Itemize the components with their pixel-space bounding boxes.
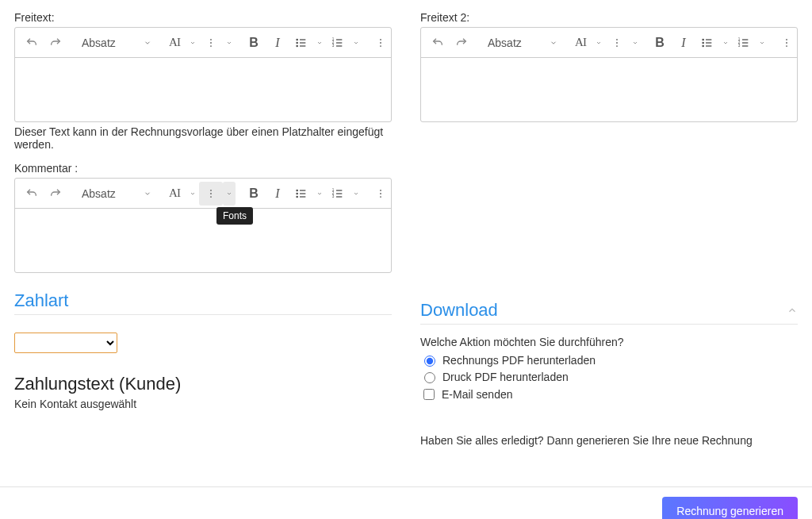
svg-text:3: 3	[738, 44, 741, 48]
more-icon[interactable]	[775, 31, 799, 55]
druck-pdf-radio[interactable]	[424, 372, 435, 383]
bold-button[interactable]: B	[242, 182, 266, 206]
paragraph-select-label: Absatz	[488, 37, 522, 49]
svg-point-20	[210, 196, 212, 198]
freitext2-label: Freitext 2:	[420, 11, 798, 24]
freitext-textarea[interactable]	[15, 58, 391, 121]
chevron-down-icon[interactable]	[186, 31, 199, 55]
svg-point-52	[786, 42, 787, 44]
fonts-tooltip: Fonts	[216, 207, 253, 225]
download-heading: Download	[420, 300, 798, 325]
chevron-up-icon[interactable]	[787, 300, 798, 321]
freitext-editor: Absatz AI	[14, 27, 392, 122]
redo-icon[interactable]	[44, 182, 67, 206]
redo-icon[interactable]	[44, 31, 67, 55]
svg-point-38	[616, 45, 618, 47]
italic-button[interactable]: I	[672, 31, 695, 55]
chevron-down-icon[interactable]	[186, 182, 199, 206]
freitext-toolbar: Absatz AI	[15, 28, 391, 58]
rechnungs-pdf-radio[interactable]	[424, 356, 435, 367]
chevron-down-icon[interactable]	[756, 31, 768, 55]
paragraph-select[interactable]: Absatz	[74, 182, 156, 206]
option-email[interactable]: E-Mail senden	[420, 386, 798, 402]
numbered-list-button[interactable]: 123	[326, 182, 350, 206]
svg-point-0	[210, 38, 212, 40]
chevron-down-icon[interactable]	[313, 182, 326, 206]
zahlungstext-heading: Zahlungstext (Kunde)	[14, 374, 392, 394]
fonts-button[interactable]	[199, 182, 223, 206]
bullet-list-button[interactable]	[695, 31, 719, 55]
undo-icon[interactable]	[20, 182, 44, 206]
chevron-down-icon[interactable]	[350, 182, 362, 206]
numbered-list-button[interactable]: 123	[732, 31, 756, 55]
freitext2-textarea[interactable]	[421, 58, 797, 121]
font-size-button[interactable]: AI	[569, 31, 592, 55]
svg-point-34	[380, 193, 381, 194]
freitext2-toolbar: Absatz AI	[421, 28, 797, 58]
svg-point-53	[786, 45, 787, 47]
svg-point-33	[380, 189, 381, 190]
more-icon[interactable]	[199, 31, 223, 55]
svg-point-15	[380, 38, 381, 40]
chevron-down-icon[interactable]	[223, 31, 236, 55]
numbered-list-button[interactable]: 123	[326, 31, 350, 55]
download-question: Welche Aktion möchten Sie durchführen?	[420, 336, 798, 348]
no-contact-text: Kein Kontakt ausgewählt	[14, 398, 392, 410]
download-heading-label: Download	[420, 300, 498, 321]
email-label: E-Mail senden	[442, 388, 513, 401]
more-icon[interactable]	[369, 31, 393, 55]
svg-point-7	[297, 45, 297, 46]
zahlart-select[interactable]	[14, 333, 117, 353]
chevron-down-icon[interactable]	[592, 31, 605, 55]
bullet-list-button[interactable]	[289, 31, 313, 55]
svg-point-37	[616, 42, 618, 44]
paragraph-select-label: Absatz	[82, 187, 116, 200]
kommentar-label: Kommentar :	[14, 162, 392, 175]
email-checkbox[interactable]	[423, 389, 435, 400]
generate-invoice-button[interactable]: Rechnung generieren	[662, 497, 798, 519]
kommentar-textarea[interactable]	[15, 209, 391, 272]
chevron-down-icon[interactable]	[223, 182, 236, 206]
svg-point-2	[210, 45, 212, 47]
font-size-button[interactable]: AI	[163, 182, 186, 206]
undo-icon[interactable]	[20, 31, 44, 55]
more-icon[interactable]	[369, 182, 393, 206]
bold-button[interactable]: B	[648, 31, 672, 55]
freitext-label: Freitext:	[14, 11, 392, 24]
undo-icon[interactable]	[426, 31, 450, 55]
freitext2-editor: Absatz AI	[420, 27, 798, 122]
font-size-button[interactable]: AI	[163, 31, 186, 55]
svg-text:3: 3	[332, 194, 335, 198]
paragraph-select[interactable]: Absatz	[480, 31, 562, 55]
option-rechnungs-pdf[interactable]: Rechnungs PDF herunterladen	[420, 353, 798, 367]
redo-icon[interactable]	[450, 31, 473, 55]
generate-hint: Haben Sie alles erledigt? Dann generiere…	[420, 434, 798, 447]
svg-point-18	[210, 189, 212, 190]
chevron-down-icon[interactable]	[313, 31, 326, 55]
svg-point-25	[297, 196, 297, 197]
chevron-down-icon[interactable]	[719, 31, 732, 55]
druck-pdf-label: Druck PDF herunterladen	[442, 371, 569, 383]
svg-point-21	[297, 190, 297, 190]
chevron-down-icon	[132, 187, 151, 200]
italic-button[interactable]: I	[266, 31, 289, 55]
svg-point-16	[380, 42, 381, 44]
freitext-help-text: Dieser Text kann in der Rechnungsvorlage…	[14, 125, 392, 151]
svg-point-3	[297, 39, 297, 40]
chevron-down-icon[interactable]	[350, 31, 362, 55]
option-druck-pdf[interactable]: Druck PDF herunterladen	[420, 370, 798, 383]
svg-text:3: 3	[332, 44, 335, 48]
paragraph-select-label: Absatz	[82, 37, 116, 49]
chevron-down-icon	[538, 37, 557, 49]
paragraph-select[interactable]: Absatz	[74, 31, 156, 55]
svg-point-43	[703, 45, 703, 46]
bullet-list-button[interactable]	[289, 182, 313, 206]
bold-button[interactable]: B	[242, 31, 266, 55]
svg-point-39	[703, 39, 703, 40]
svg-point-36	[616, 38, 618, 40]
kommentar-toolbar: Absatz AI	[15, 179, 391, 209]
more-icon[interactable]	[605, 31, 629, 55]
zahlart-heading: Zahlart	[14, 290, 392, 315]
chevron-down-icon[interactable]	[629, 31, 642, 55]
italic-button[interactable]: I	[266, 182, 289, 206]
